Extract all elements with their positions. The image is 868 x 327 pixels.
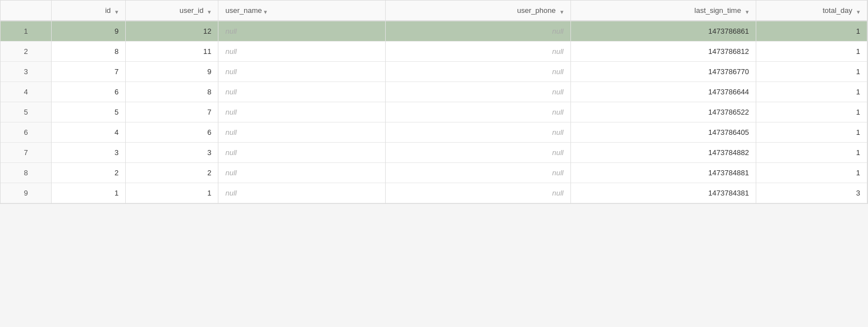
col-header-last-sign-time[interactable]: last_sign_time: [570, 1, 756, 21]
cell-last-sign-time: 1473784381: [570, 183, 756, 203]
col-label-total-day: total_day: [823, 6, 852, 15]
cell-user-name: null: [218, 143, 385, 163]
cell-user-phone: null: [385, 62, 570, 82]
table-row[interactable]: 468nullnull14737866441: [1, 82, 867, 102]
cell-user-name: null: [218, 42, 385, 62]
sort-icon-user-id[interactable]: [205, 7, 211, 14]
cell-last-sign-time: 1473786522: [570, 102, 756, 122]
sort-icon-total-day[interactable]: [855, 7, 860, 14]
table-row[interactable]: 1912nullnull14737868611: [1, 21, 867, 42]
cell-total-day: 1: [756, 42, 867, 62]
cell-row-num: 7: [1, 143, 52, 163]
col-header-user-name[interactable]: user_name: [218, 1, 385, 21]
col-label-user-id: user_id: [180, 6, 204, 15]
col-label-last-sign-time: last_sign_time: [695, 6, 741, 15]
cell-user-phone: null: [385, 42, 570, 62]
col-header-user-phone[interactable]: user_phone: [385, 1, 570, 21]
cell-user-name: null: [218, 163, 385, 183]
sort-icon-id[interactable]: [113, 7, 118, 14]
table-row[interactable]: 2811nullnull14737868121: [1, 42, 867, 62]
cell-user-id: 12: [126, 21, 218, 42]
cell-row-num: 9: [1, 183, 52, 203]
cell-id: 8: [52, 42, 126, 62]
cell-row-num: 6: [1, 122, 52, 143]
col-header-user-id[interactable]: user_id: [126, 1, 218, 21]
col-header-rownum: [1, 1, 52, 21]
cell-id: 2: [52, 163, 126, 183]
table-row[interactable]: 646nullnull14737864051: [1, 122, 867, 143]
cell-last-sign-time: 1473786405: [570, 122, 756, 143]
cell-row-num: 3: [1, 62, 52, 82]
cell-user-id: 8: [126, 82, 218, 102]
cell-id: 1: [52, 183, 126, 203]
cell-row-num: 4: [1, 82, 52, 102]
table-row[interactable]: 733nullnull14737848821: [1, 143, 867, 163]
cell-total-day: 1: [756, 102, 867, 122]
cell-id: 6: [52, 82, 126, 102]
cell-user-phone: null: [385, 163, 570, 183]
col-label-id: id: [105, 6, 111, 15]
cell-id: 9: [52, 21, 126, 42]
cell-user-name: null: [218, 82, 385, 102]
table-body: 1912nullnull147378686112811nullnull14737…: [1, 21, 867, 203]
cell-last-sign-time: 1473784882: [570, 143, 756, 163]
cell-user-phone: null: [385, 122, 570, 143]
cell-id: 3: [52, 143, 126, 163]
cell-total-day: 1: [756, 62, 867, 82]
cell-total-day: 1: [756, 21, 867, 42]
sort-icon-last-sign-time[interactable]: [743, 7, 749, 14]
cell-last-sign-time: 1473784881: [570, 163, 756, 183]
cell-user-name: null: [218, 102, 385, 122]
cell-last-sign-time: 1473786644: [570, 82, 756, 102]
cell-user-name: null: [218, 122, 385, 143]
cell-user-id: 9: [126, 62, 218, 82]
table-row[interactable]: 379nullnull14737867701: [1, 62, 867, 82]
table-header-row: id user_id user_name: [1, 1, 867, 21]
col-header-total-day[interactable]: total_day: [756, 1, 867, 21]
cell-total-day: 1: [756, 163, 867, 183]
cell-row-num: 8: [1, 163, 52, 183]
col-label-user-name: user_name: [225, 6, 262, 15]
cell-row-num: 1: [1, 21, 52, 42]
cell-total-day: 1: [756, 82, 867, 102]
cell-user-id: 11: [126, 42, 218, 62]
cell-total-day: 1: [756, 122, 867, 143]
cell-user-phone: null: [385, 21, 570, 42]
sort-icon-user-phone[interactable]: [558, 7, 564, 14]
col-header-id[interactable]: id: [52, 1, 126, 21]
cell-last-sign-time: 1473786770: [570, 62, 756, 82]
cell-user-phone: null: [385, 102, 570, 122]
cell-user-name: null: [218, 21, 385, 42]
cell-id: 5: [52, 102, 126, 122]
cell-id: 4: [52, 122, 126, 143]
cell-user-id: 2: [126, 163, 218, 183]
sort-icon-user-name[interactable]: [264, 7, 269, 14]
table-row[interactable]: 822nullnull14737848811: [1, 163, 867, 183]
cell-last-sign-time: 1473786861: [570, 21, 756, 42]
cell-user-name: null: [218, 62, 385, 82]
cell-user-phone: null: [385, 143, 570, 163]
cell-user-id: 1: [126, 183, 218, 203]
cell-user-id: 7: [126, 102, 218, 122]
cell-user-name: null: [218, 183, 385, 203]
cell-row-num: 5: [1, 102, 52, 122]
cell-user-phone: null: [385, 183, 570, 203]
table-row[interactable]: 911nullnull14737843813: [1, 183, 867, 203]
cell-user-id: 3: [126, 143, 218, 163]
cell-row-num: 2: [1, 42, 52, 62]
cell-id: 7: [52, 62, 126, 82]
col-label-user-phone: user_phone: [517, 6, 556, 15]
data-table: id user_id user_name: [1, 1, 867, 203]
cell-user-id: 6: [126, 122, 218, 143]
cell-last-sign-time: 1473786812: [570, 42, 756, 62]
data-table-container: id user_id user_name: [0, 0, 868, 204]
cell-total-day: 3: [756, 183, 867, 203]
cell-user-phone: null: [385, 82, 570, 102]
table-row[interactable]: 557nullnull14737865221: [1, 102, 867, 122]
cell-total-day: 1: [756, 143, 867, 163]
